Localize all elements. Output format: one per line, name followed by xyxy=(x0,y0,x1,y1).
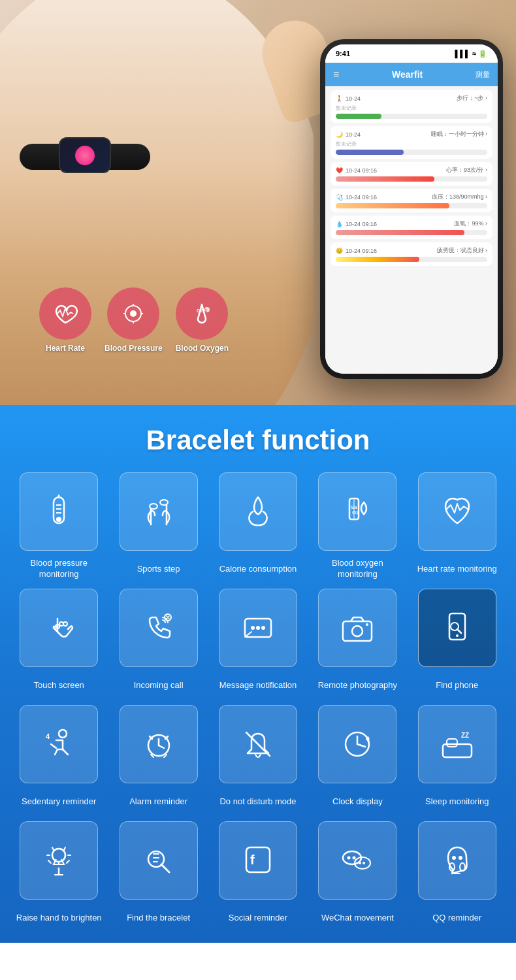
svg-point-64 xyxy=(460,863,465,871)
function-item-alarm: Alarm reminder xyxy=(112,705,204,813)
no-disturb-label: Do not disturb mode xyxy=(219,790,296,813)
function-item-oxygen: Sa O2 Blood oxygen monitoring xyxy=(312,472,403,581)
phone-mockup: 9:41 ▌▌▌ ≈ 🔋 ≡ Wearfit 测量 🚶10-24 步行：~步 › xyxy=(320,39,503,379)
svg-point-61 xyxy=(359,862,361,864)
svg-line-40 xyxy=(159,745,164,748)
function-item-sleep: ZZ Sleep monitoring xyxy=(411,705,503,813)
function-item-message: Message notification xyxy=(212,589,304,697)
wechat-icon-box xyxy=(318,821,396,900)
function-item-no-disturb: Do not disturb mode xyxy=(212,705,304,813)
svg-point-59 xyxy=(353,857,356,860)
blood-oxygen-badge: O2 2 Blood Oxygen xyxy=(176,287,229,353)
camera-icon-box xyxy=(318,589,396,667)
function-item-bp-monitoring: Blood pressure monitoring xyxy=(13,472,105,581)
svg-line-44 xyxy=(357,744,365,747)
function-section-title: Bracelet function xyxy=(13,425,503,456)
phone-row-steps: 🚶10-24 步行：~步 › 暂未记录 xyxy=(331,90,492,123)
oxygen-icon-box: Sa O2 xyxy=(318,472,396,551)
phone-row-sleep: 🌙10-24 睡眠：一小时一分钟 › 暂未记录 xyxy=(331,126,492,159)
phone-time: 9:41 xyxy=(336,50,350,57)
qq-icon-box xyxy=(418,821,496,900)
sleep-label: Sleep monitoring xyxy=(425,790,489,813)
svg-text:ZZ: ZZ xyxy=(461,732,469,739)
find-bracelet-icon-box xyxy=(120,821,198,900)
svg-line-41 xyxy=(246,732,270,756)
svg-line-35 xyxy=(457,629,461,633)
svg-point-11 xyxy=(56,517,61,522)
svg-point-31 xyxy=(366,623,368,626)
function-grid: Blood pressure monitoring Sports step xyxy=(13,472,503,930)
phone-row-bp: 🩺10-24 09:16 血压：138/90mmhg › xyxy=(331,189,492,212)
svg-point-62 xyxy=(363,862,365,864)
message-icon-box xyxy=(219,589,297,667)
svg-text:4: 4 xyxy=(46,732,50,740)
incoming-call-icon-box xyxy=(120,589,198,667)
oxygen-label: Blood oxygen monitoring xyxy=(312,557,403,581)
heartrate-icon-box xyxy=(418,472,496,551)
sleep-icon-box: ZZ xyxy=(418,705,496,783)
clock-icon-box xyxy=(318,705,396,783)
calorie-label: Calorie consumption xyxy=(219,557,297,581)
phone-row-fatigue: 😊10-24 09:16 疲劳度：状态良好 › xyxy=(331,242,492,266)
function-item-touch: Touch screen xyxy=(13,589,105,697)
svg-point-48 xyxy=(52,849,65,862)
bracelet-device xyxy=(20,131,150,183)
function-item-raise-hand: Raise hand to brighten xyxy=(13,821,105,930)
function-item-social: f Social reminder xyxy=(212,821,304,930)
blood-pressure-badge: Blood Pressure xyxy=(105,287,163,353)
function-item-heartrate: Heart rate monitoring xyxy=(411,472,503,581)
phone-row-heartrate: ❤️10-24 09:16 心率：93次/分 › xyxy=(331,162,492,186)
function-item-sports-step: Sports step xyxy=(112,472,204,581)
blood-oxygen-label: Blood Oxygen xyxy=(176,344,229,353)
svg-point-36 xyxy=(59,730,67,738)
function-item-qq: QQ reminder xyxy=(411,821,503,930)
svg-point-66 xyxy=(459,856,462,860)
phone-nav-bar: ≡ Wearfit 测量 xyxy=(325,63,498,86)
clock-label: Clock display xyxy=(332,790,383,813)
social-label: Social reminder xyxy=(229,906,287,930)
blood-pressure-circle xyxy=(107,287,159,340)
bracelet-screen xyxy=(59,137,111,173)
touch-label: Touch screen xyxy=(34,674,84,697)
phone-content: 🚶10-24 步行：~步 › 暂未记录 🌙10-24 睡眠：一小时一分钟 › 暂… xyxy=(325,86,498,374)
function-section: Bracelet function Blood pressure monitor… xyxy=(0,405,516,943)
message-label: Message notification xyxy=(219,674,297,697)
function-item-wechat: WeChat movement xyxy=(312,821,403,930)
touch-icon-box xyxy=(20,589,98,667)
heart-rate-circle xyxy=(39,287,91,340)
sedentary-label: Sedentary reminder xyxy=(22,790,96,813)
calorie-icon-box xyxy=(219,472,297,551)
svg-point-26 xyxy=(251,626,255,630)
phone-status-bar: 9:41 ▌▌▌ ≈ 🔋 xyxy=(325,44,498,63)
svg-point-1 xyxy=(130,310,137,317)
alarm-icon-box xyxy=(120,705,198,783)
no-disturb-icon-box xyxy=(219,705,297,783)
bp-monitoring-label: Blood pressure monitoring xyxy=(13,557,105,581)
find-bracelet-label: Find the bracelet xyxy=(127,906,190,930)
phone-nav-icon: ≡ xyxy=(333,69,339,80)
function-item-incoming-call: Incoming call xyxy=(112,589,204,697)
social-icon-box: f xyxy=(219,821,297,900)
blood-pressure-label: Blood Pressure xyxy=(105,344,163,353)
sedentary-icon-box: 4 xyxy=(20,705,98,783)
heart-rate-badge: Heart Rate xyxy=(39,287,91,353)
sports-step-icon-box xyxy=(120,472,198,551)
find-phone-icon-box xyxy=(418,589,496,667)
bp-monitoring-icon-box xyxy=(20,472,98,551)
heart-rate-label: Heart Rate xyxy=(46,344,85,353)
wechat-label: WeChat movement xyxy=(321,906,394,930)
svg-text:O2: O2 xyxy=(197,308,202,313)
svg-text:O2: O2 xyxy=(352,510,359,515)
svg-point-65 xyxy=(452,856,456,860)
qq-label: QQ reminder xyxy=(432,906,481,930)
svg-point-27 xyxy=(256,626,260,630)
hero-section: 9:41 ▌▌▌ ≈ 🔋 ≡ Wearfit 测量 🚶10-24 步行：~步 › xyxy=(0,0,516,405)
incoming-call-label: Incoming call xyxy=(134,674,184,697)
svg-point-33 xyxy=(456,634,459,637)
heartrate-label: Heart rate monitoring xyxy=(417,557,497,581)
function-item-find-bracelet: Find the bracelet xyxy=(112,821,204,930)
health-badges-container: Heart Rate Blood Pressure O2 xyxy=(39,287,229,353)
svg-point-23 xyxy=(63,622,67,626)
alarm-label: Alarm reminder xyxy=(129,790,187,813)
camera-label: Remote photography xyxy=(318,674,397,697)
